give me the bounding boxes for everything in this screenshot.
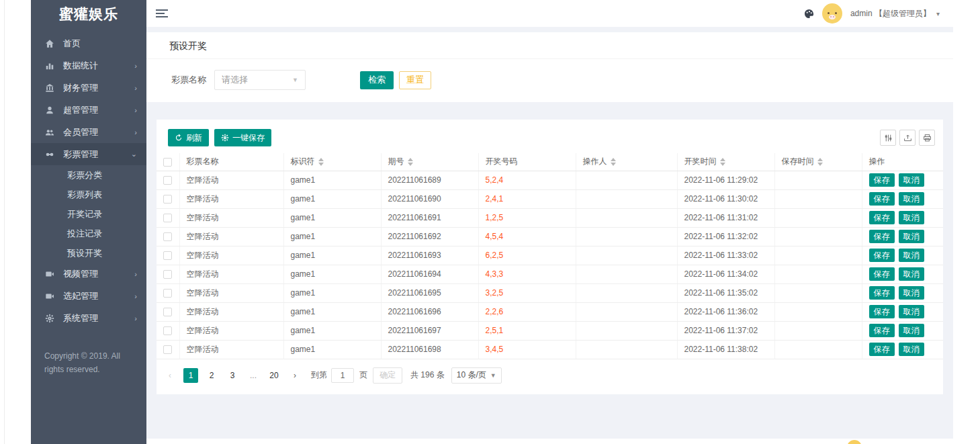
search-button[interactable]: 检索 [360,71,394,89]
page-button[interactable]: 2 [204,368,219,383]
sidebar-item-finance[interactable]: 财务管理 › [31,77,146,99]
sidebar-item-members[interactable]: 会员管理 › [31,121,146,143]
cell-numbers: 2,5,1 [478,321,576,340]
save-button[interactable]: 保存 [869,305,895,318]
table-row: 空降活动game12022110616953,2,52022-11-06 11:… [157,283,943,302]
cell-actions: 保存取消 [862,302,943,321]
sort-icon[interactable] [720,158,725,166]
lottery-name-select[interactable]: 请选择 ▼ [214,70,306,90]
save-button[interactable]: 保存 [869,211,895,224]
sort-icon[interactable] [318,158,324,166]
cell-code: game1 [283,227,381,246]
row-checkbox[interactable] [163,308,172,316]
reset-button[interactable]: 重置 [399,71,431,89]
cell-name: 空降活动 [179,171,283,189]
sort-icon[interactable] [408,158,413,166]
cancel-button[interactable]: 取消 [899,305,924,318]
row-checkbox[interactable] [163,270,172,279]
page-button[interactable]: 1 [183,368,198,383]
cancel-button[interactable]: 取消 [899,343,924,356]
row-checkbox[interactable] [163,326,172,335]
save-button[interactable]: 保存 [869,286,895,300]
submenu-item-lottery-category[interactable]: 彩票分类 [31,165,146,185]
cell-actions: 保存取消 [862,208,943,227]
cancel-button[interactable]: 取消 [899,324,924,337]
sidebar-item-concubine[interactable]: 选妃管理 › [31,285,146,307]
sidebar-item-superadmin[interactable]: 超管管理 › [31,99,146,121]
save-button[interactable]: 保存 [869,230,895,243]
table-row: 空降活动game12022110616944,3,32022-11-06 11:… [157,265,943,283]
theme-palette-icon[interactable] [804,9,814,19]
row-checkbox[interactable] [163,195,172,204]
refresh-button[interactable]: 刷新 [168,129,209,146]
save-button[interactable]: 保存 [869,267,895,281]
cell-numbers: 3,2,5 [478,283,576,302]
cell-operator [576,321,677,340]
admin-dropdown-caret-icon[interactable]: ▾ [936,10,940,17]
cell-operator [576,208,677,227]
save-button[interactable]: 保存 [869,192,895,206]
goto-page-label: 到第 [311,369,327,381]
cell-draw_time: 2022-11-06 11:38:02 [677,340,774,359]
select-all-checkbox[interactable] [163,158,172,167]
sort-icon[interactable] [817,158,823,166]
columns-filter-icon[interactable] [880,130,896,146]
admin-account-label[interactable]: admin 【超级管理员】 [850,8,931,19]
total-count-label: 共 196 条 [410,369,445,381]
sidebar-item-system[interactable]: 系统管理 › [31,307,146,329]
next-page-button[interactable]: › [287,368,302,383]
page-button[interactable]: 3 [225,368,240,383]
cancel-button[interactable]: 取消 [899,286,924,300]
submenu-item-lottery-list[interactable]: 彩票列表 [31,185,146,204]
cell-numbers: 5,2,4 [478,171,576,189]
goto-page-input[interactable] [331,368,354,383]
save-button[interactable]: 保存 [869,324,895,337]
save-button[interactable]: 保存 [869,343,895,356]
hamburger-menu-icon[interactable] [156,7,169,19]
sidebar-item-home[interactable]: 首页 [31,32,146,54]
cancel-button[interactable]: 取消 [899,173,924,187]
cancel-button[interactable]: 取消 [899,249,924,262]
row-checkbox[interactable] [163,251,172,260]
print-icon[interactable] [919,130,935,146]
cancel-button[interactable]: 取消 [899,230,924,243]
row-checkbox[interactable] [163,289,172,298]
row-checkbox[interactable] [163,214,172,222]
cell-draw_time: 2022-11-06 11:36:02 [677,302,774,321]
cell-code: game1 [283,208,381,227]
export-icon[interactable] [899,130,916,146]
sidebar-item-label: 系统管理 [63,312,134,324]
lottery-icon [44,149,54,159]
row-checkbox[interactable] [163,345,172,354]
submenu-item-preset-draw[interactable]: 预设开奖 [31,243,146,263]
sidebar-item-video[interactable]: 视频管理 › [31,263,146,285]
cancel-button[interactable]: 取消 [899,267,924,281]
row-checkbox[interactable] [163,176,172,185]
goto-confirm-button[interactable]: 确定 [373,367,402,384]
save-button[interactable]: 保存 [869,173,895,187]
chevron-right-icon: › [134,270,137,278]
save-all-button[interactable]: 一键保存 [214,129,271,146]
save-button[interactable]: 保存 [869,249,895,262]
cell-actions: 保存取消 [862,189,943,208]
column-header-actions: 操作 [862,153,943,171]
sidebar-item-statistics[interactable]: 数据统计 › [31,54,146,77]
cell-draw_time: 2022-11-06 11:34:02 [677,265,774,283]
prev-page-button[interactable]: ‹ [163,368,177,383]
floating-widget[interactable] [847,440,862,444]
submenu-item-bet-records[interactable]: 投注记录 [31,224,146,243]
page-size-select[interactable]: 10 条/页 ▼ [451,367,502,384]
preset-draw-table: 彩票名称标识符期号开奖号码操作人开奖时间保存时间操作 空降活动game12022… [157,153,943,359]
sort-icon[interactable] [611,158,616,166]
page-button[interactable]: 20 [267,368,281,383]
user-avatar[interactable] [822,3,842,24]
cell-save_time [774,283,862,302]
table-card: 刷新 一键保存 [157,120,943,394]
cell-name: 空降活动 [179,265,283,283]
row-checkbox[interactable] [163,232,172,241]
sidebar-item-lottery[interactable]: 彩票管理 ⌄ [31,143,146,165]
submenu-item-draw-records[interactable]: 开奖记录 [31,204,146,224]
sidebar-item-label: 视频管理 [63,268,134,280]
cancel-button[interactable]: 取消 [899,192,924,206]
cancel-button[interactable]: 取消 [899,211,924,224]
